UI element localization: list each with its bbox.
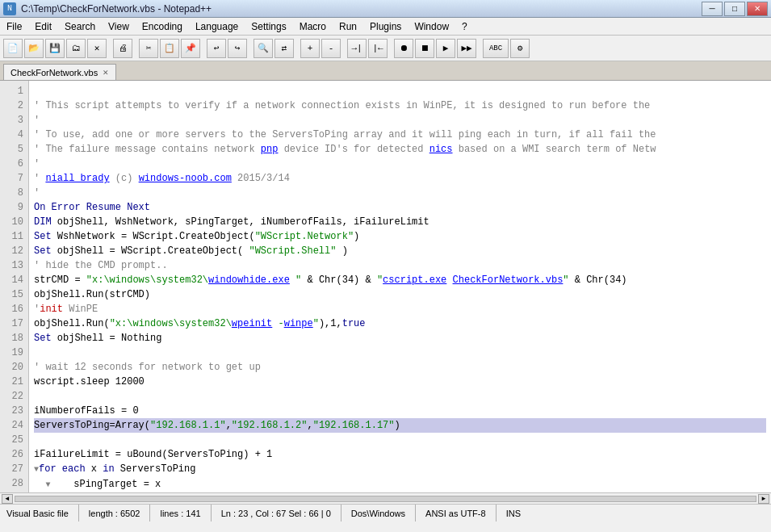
line-num-16: 16 xyxy=(2,302,27,316)
status-lines: lines : 141 xyxy=(150,505,211,522)
menu-view[interactable]: View xyxy=(102,18,136,35)
toolbar: 📄 📂 💾 🗂 ✕ 🖨 ✂ 📋 📌 ↩ ↪ 🔍 ⇄ + - →| |← ⏺ ⏹ … xyxy=(0,36,771,61)
line-num-22: 22 xyxy=(2,389,27,404)
menu-edit[interactable]: Edit xyxy=(28,18,58,35)
scroll-right-btn[interactable]: ► xyxy=(758,494,769,504)
line-num-1: 1 xyxy=(2,84,27,98)
tb-macro-rec[interactable]: ⏺ xyxy=(394,39,413,58)
menu-encoding[interactable]: Encoding xyxy=(136,18,189,35)
close-button[interactable]: ✕ xyxy=(747,2,768,16)
code-line-9: DIM objShell, WshNetwork, sPingTarget, i… xyxy=(34,216,429,228)
code-line-2: ' xyxy=(34,115,40,126)
line-num-24: 24 xyxy=(2,418,27,433)
status-position: Ln : 23 , Col : 67 Sel : 66 | 0 xyxy=(212,505,342,522)
code-line-11: Set objShell = WScript.CreateObject( "WS… xyxy=(34,245,348,257)
line-num-26: 26 xyxy=(2,447,27,462)
status-mode: INS xyxy=(497,505,530,522)
line-num-21: 21 xyxy=(2,375,27,389)
code-line-24: iFailureLimit = uBound(ServersToPing) + … xyxy=(34,449,272,460)
tb-macro-play[interactable]: ▶ xyxy=(436,39,455,58)
code-line-16: objShell.Run("x:\windows\system32\wpeini… xyxy=(34,318,366,329)
tb-zoom-in[interactable]: + xyxy=(300,39,320,58)
menu-settings[interactable]: Settings xyxy=(245,18,292,35)
maximize-button[interactable]: □ xyxy=(724,2,745,16)
tab-checkfornetwork[interactable]: CheckForNetwork.vbs ✕ xyxy=(3,64,116,80)
menu-window[interactable]: Window xyxy=(408,18,455,35)
tab-bar: CheckForNetwork.vbs ✕ xyxy=(0,61,771,81)
horizontal-scrollbar[interactable]: ◄ ► xyxy=(0,492,771,504)
tb-macro-stop[interactable]: ⏹ xyxy=(415,39,434,58)
code-line-8: On Error Resume Next xyxy=(34,202,150,213)
tb-find[interactable]: 🔍 xyxy=(254,39,273,58)
tab-close-button[interactable]: ✕ xyxy=(103,69,109,77)
tb-cut[interactable]: ✂ xyxy=(139,39,158,58)
status-length: length : 6502 xyxy=(79,505,151,522)
code-line-13: strCMD = "x:\windows\system32\windowhide… xyxy=(34,274,627,286)
code-line-14: objShell.Run(strCMD) xyxy=(34,289,150,300)
tb-settings2[interactable]: ⚙ xyxy=(510,39,530,58)
tb-open[interactable]: 📂 xyxy=(24,39,44,58)
code-line-22: iNumberofFails = 0 xyxy=(34,405,139,417)
code-line-21 xyxy=(34,391,40,402)
line-num-2: 2 xyxy=(2,98,27,113)
line-num-19: 19 xyxy=(2,346,27,360)
tb-run-macro[interactable]: ▶▶ xyxy=(457,39,476,58)
line-num-5: 5 xyxy=(2,142,27,157)
tb-undo[interactable]: ↩ xyxy=(207,39,226,58)
menu-macro[interactable]: Macro xyxy=(293,18,333,35)
line-num-27: 27 xyxy=(2,462,27,476)
tb-replace[interactable]: ⇄ xyxy=(274,39,294,58)
tb-redo[interactable]: ↪ xyxy=(228,39,247,58)
menu-file[interactable]: File xyxy=(0,18,28,35)
line-num-17: 17 xyxy=(2,316,27,331)
status-encoding: ANSI as UTF-8 xyxy=(416,505,497,522)
tab-label: CheckForNetwork.vbs xyxy=(10,68,98,77)
scroll-track[interactable] xyxy=(15,496,756,502)
line-num-12: 12 xyxy=(2,244,27,258)
tb-print[interactable]: 🖨 xyxy=(113,39,132,58)
tb-zoom-out[interactable]: - xyxy=(321,39,341,58)
line-num-10: 10 xyxy=(2,215,27,229)
code-line-7: ' xyxy=(34,187,40,199)
code-line-23: ServersToPing=Array("192.168.1.1","192.1… xyxy=(34,418,766,433)
window-title: C:\Temp\CheckForNetwork.vbs - Notepad++ xyxy=(21,3,702,15)
menu-language[interactable]: Language xyxy=(189,18,245,35)
tb-new[interactable]: 📄 xyxy=(3,39,23,58)
minimize-button[interactable]: ─ xyxy=(702,2,723,16)
code-line-20: wscript.sleep 12000 xyxy=(34,376,145,387)
app-icon: N xyxy=(3,2,16,15)
menu-plugins[interactable]: Plugins xyxy=(363,18,408,35)
code-line-1: ' This script attempts to verify if a ne… xyxy=(34,100,650,111)
code-line-25: ▼for each x in ServersToPing xyxy=(34,463,195,475)
line-num-14: 14 xyxy=(2,273,27,287)
tb-abc[interactable]: ABC xyxy=(483,39,509,58)
menu-run[interactable]: Run xyxy=(333,18,363,35)
code-line-26: ▼ sPingTarget = x xyxy=(34,479,161,490)
tb-indent[interactable]: →| xyxy=(347,39,367,58)
tb-close[interactable]: ✕ xyxy=(87,39,107,58)
code-line-10: Set WshNetwork = WScript.CreateObject("W… xyxy=(34,231,359,242)
menu-search[interactable]: Search xyxy=(58,18,102,35)
code-editor[interactable]: ' This script attempts to verify if a ne… xyxy=(29,81,771,492)
status-line-ending: Dos\Windows xyxy=(342,505,416,522)
tb-outdent[interactable]: |← xyxy=(368,39,388,58)
line-numbers: 1 2 3 4 5 6 7 8 9 10 11 12 13 14 15 16 1… xyxy=(0,81,29,492)
menu-help[interactable]: ? xyxy=(455,18,474,35)
tb-copy[interactable]: 📋 xyxy=(160,39,179,58)
tb-save[interactable]: 💾 xyxy=(45,39,65,58)
scroll-left-btn[interactable]: ◄ xyxy=(2,494,13,504)
line-num-25: 25 xyxy=(2,433,27,447)
tb-paste[interactable]: 📌 xyxy=(181,39,200,58)
line-num-4: 4 xyxy=(2,128,27,142)
code-line-17: Set objShell = Nothing xyxy=(34,333,161,344)
code-line-3: ' To use, add one or more servers to the… xyxy=(34,129,656,140)
tb-save-all[interactable]: 🗂 xyxy=(66,39,86,58)
code-line-19: ' wait 12 seconds for network to get up xyxy=(34,362,261,373)
code-line-12: ' hide the CMD prompt.. xyxy=(34,260,168,271)
line-num-6: 6 xyxy=(2,157,27,171)
line-num-13: 13 xyxy=(2,258,27,273)
line-num-11: 11 xyxy=(2,229,27,244)
editor-container: 1 2 3 4 5 6 7 8 9 10 11 12 13 14 15 16 1… xyxy=(0,81,771,492)
status-filetype: Visual Basic file xyxy=(6,505,79,522)
line-num-8: 8 xyxy=(2,186,27,200)
